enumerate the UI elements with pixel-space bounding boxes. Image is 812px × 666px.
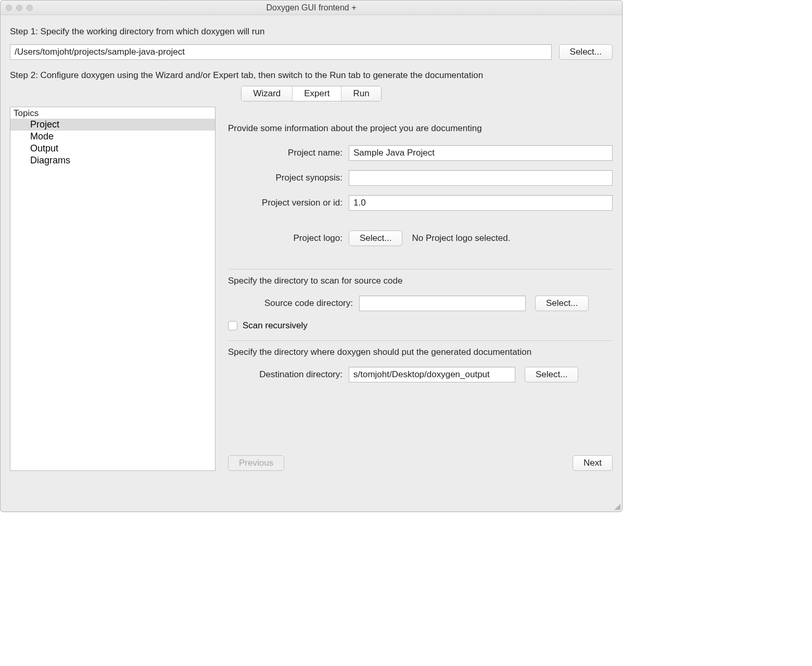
tab-run[interactable]: Run [341, 86, 380, 101]
dest-dir-input[interactable] [349, 367, 515, 382]
tab-bar: Wizard Expert Run [10, 86, 613, 101]
working-dir-select-button[interactable]: Select... [559, 44, 613, 60]
source-intro: Specify the directory to scan for source… [228, 276, 613, 286]
step2-label: Step 2: Configure doxygen using the Wiza… [10, 70, 613, 81]
topics-list: Project Mode Output Diagrams [10, 119, 215, 470]
project-logo-hint: No Project logo selected. [412, 233, 510, 244]
divider [228, 269, 613, 270]
project-synopsis-input[interactable] [349, 170, 613, 186]
dest-dir-select-button[interactable]: Select... [525, 367, 578, 382]
dest-dir-label: Destination directory: [228, 369, 342, 380]
resize-grip-icon[interactable] [613, 503, 620, 510]
project-version-input[interactable] [349, 195, 613, 211]
project-logo-label: Project logo: [228, 233, 342, 244]
dest-intro: Specify the directory where doxygen shou… [228, 347, 613, 357]
project-logo-select-button[interactable]: Select... [349, 230, 402, 246]
topics-header: Topics [10, 107, 215, 119]
divider [228, 340, 613, 341]
source-dir-input[interactable] [359, 296, 526, 311]
scan-recursively-checkbox[interactable] [228, 321, 237, 330]
topics-panel: Topics Project Mode Output Diagrams [10, 107, 215, 471]
tab-wizard[interactable]: Wizard [242, 86, 293, 101]
project-name-label: Project name: [228, 148, 342, 158]
project-name-input[interactable] [349, 145, 613, 161]
content: Step 1: Specify the working directory fr… [1, 15, 622, 476]
source-dir-select-button[interactable]: Select... [535, 296, 589, 311]
topic-project[interactable]: Project [10, 119, 215, 131]
topic-diagrams[interactable]: Diagrams [10, 155, 215, 166]
project-synopsis-label: Project synopsis: [228, 173, 342, 183]
tab-expert[interactable]: Expert [293, 86, 341, 101]
next-button[interactable]: Next [573, 455, 613, 471]
right-panel: Provide some information about the proje… [228, 107, 613, 471]
project-intro: Provide some information about the proje… [228, 123, 613, 134]
topic-output[interactable]: Output [10, 143, 215, 155]
project-version-label: Project version or id: [228, 198, 342, 208]
working-dir-input[interactable] [10, 44, 552, 60]
app-window: Doxygen GUI frontend + Step 1: Specify t… [0, 0, 623, 512]
splitter-grip-icon[interactable]: ◦ [231, 280, 235, 289]
step1-label: Step 1: Specify the working directory fr… [10, 27, 613, 37]
scan-recursively-label: Scan recursively [243, 321, 308, 331]
window-title: Doxygen GUI frontend + [1, 3, 622, 12]
titlebar: Doxygen GUI frontend + [1, 1, 622, 15]
topic-mode[interactable]: Mode [10, 131, 215, 143]
source-dir-label: Source code directory: [228, 298, 353, 309]
previous-button: Previous [228, 455, 284, 471]
